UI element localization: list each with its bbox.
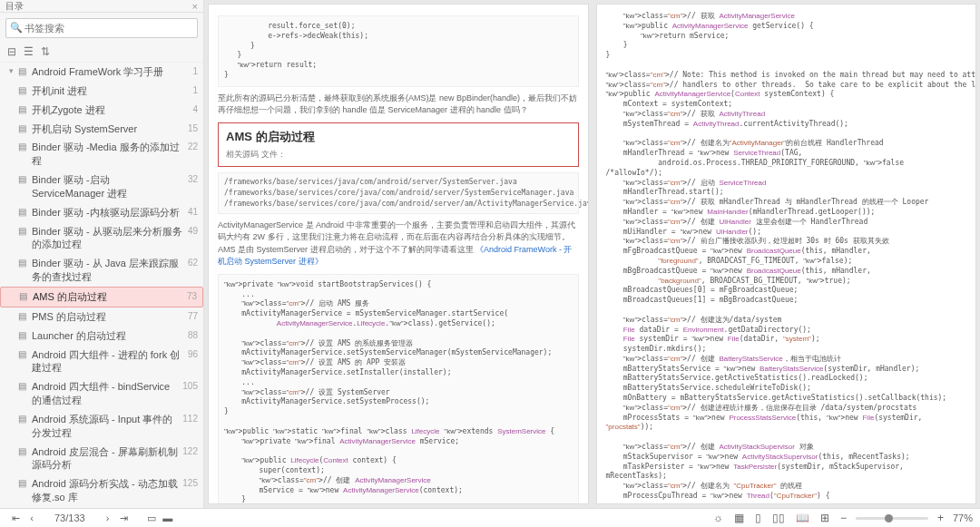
bookmark-item[interactable]: ▤Android 源码分析实战 - 动态加载修复.so 库125	[0, 474, 203, 507]
search-input[interactable]	[5, 18, 198, 38]
bookmark-item[interactable]: ▤Android 皮层混合 - 屏幕刷新机制源码分析122	[0, 443, 203, 475]
section-subtitle: 相关源码 文件：	[226, 149, 571, 161]
code-block-3: "kw">class="cm">// 获取 ActivityManagerSer…	[606, 12, 967, 504]
paragraph: 至此所有的源码已分析清楚，最终获取到的系统服务(AMS)是 new BpBind…	[218, 93, 579, 117]
doc-icon: ▤	[18, 173, 29, 186]
bookmark-item[interactable]: ▤Launcher 的启动过程88	[0, 327, 203, 346]
zoom-value: 77%	[953, 512, 973, 523]
collapse-icon[interactable]: ⊟	[7, 45, 16, 58]
bookmark-tree[interactable]: ▾▤Android FrameWork 学习手册1▤开机init 进程1▤开机Z…	[0, 63, 203, 516]
zoom-control: − + 77%	[835, 512, 973, 524]
doc-icon: ▤	[18, 65, 29, 78]
document-viewport: result.force_set(0); e->refs->decWeak(th…	[204, 0, 980, 508]
bookmark-item[interactable]: ▤开机Zygote 进程4	[0, 101, 203, 120]
bookmark-item[interactable]: ▤Binder 驱动 -启动 ServiceManager 进程32	[0, 171, 203, 203]
list-icon[interactable]: ☰	[24, 45, 34, 58]
bookmark-item[interactable]: ▤PMS 的启动过程77	[0, 307, 203, 327]
section-heading-box: AMS 的启动过程 相关源码 文件：	[218, 122, 579, 167]
bookmark-root[interactable]: ▾▤Android FrameWork 学习手册1	[0, 63, 203, 82]
nav-next-icon[interactable]: ›	[100, 512, 116, 523]
doc-icon: ▤	[18, 122, 29, 135]
doc-icon: ▤	[18, 103, 29, 116]
bookmark-item[interactable]: ▤Binder 驱动 -Media 服务的添加过程22	[0, 138, 203, 171]
search-icon: 🔍	[10, 22, 23, 34]
paragraph: ActivityManagerService 是 Android 中非常重要的一…	[218, 220, 579, 268]
doc-icon: ▤	[18, 310, 29, 323]
nav-prev-icon[interactable]: ‹	[24, 512, 40, 523]
nav-last-icon[interactable]: ⇥	[116, 512, 132, 524]
doc-icon: ▤	[18, 206, 29, 219]
sidebar-panel: 目录 × 🔍 ⊟ ☰ ⇅ ▾▤Android FrameWork 学习手册1▤开…	[0, 0, 204, 508]
doc-icon: ▤	[18, 141, 29, 153]
code-block-2: "kw">private "kw">void startBootstrapSer…	[224, 280, 573, 504]
bookmark-item[interactable]: ▤AMS 的启动过程73	[0, 287, 203, 307]
nav-first-icon[interactable]: ⇤	[7, 512, 24, 524]
sidebar-header: 目录 ×	[0, 0, 203, 13]
bookmark-item[interactable]: ▤Binder 驱动 -内核驱动层源码分析41	[0, 203, 203, 222]
sidebar-toolbar: ⊟ ☰ ⇅	[0, 42, 203, 63]
grid-view-icon[interactable]: ▦	[734, 512, 744, 524]
brightness-icon[interactable]: ☼	[713, 512, 723, 524]
doc-icon: ▤	[18, 445, 29, 458]
zoom-knob[interactable]	[885, 514, 893, 522]
doc-icon: ▤	[18, 348, 29, 361]
page-right: "kw">class="cm">// 获取 ActivityManagerSer…	[596, 4, 977, 504]
expand-icon[interactable]: ▾	[9, 65, 18, 76]
doc-icon: ▤	[18, 413, 29, 425]
doc-icon: ▤	[18, 84, 29, 97]
doc-icon: ▤	[18, 380, 29, 393]
bookmark-item[interactable]: ▤Android 系统源码 - Input 事件的分发过程112	[0, 410, 203, 443]
doc-icon: ▤	[19, 290, 30, 303]
page-left: result.force_set(0); e->refs->decWeak(th…	[208, 4, 589, 504]
zoom-in-icon[interactable]: +	[937, 512, 944, 524]
sidebar-title: 目录	[5, 0, 24, 13]
fit-width-icon[interactable]: ▬	[160, 512, 176, 523]
bookmark-item[interactable]: ▤Android 四大组件 - 进程的 fork 创建过程96	[0, 346, 203, 378]
status-bar: ⇤ ‹ 73/133 › ⇥ ▭ ▬ ☼ ▦ ▯ ▯▯ 📖 ⊞ − + 77%	[0, 508, 980, 527]
close-icon[interactable]: ×	[192, 1, 198, 12]
bookmark-item[interactable]: ▤Android 四大组件 - bindService 的通信过程105	[0, 377, 203, 410]
zoom-out-icon[interactable]: −	[840, 512, 847, 524]
doc-icon: ▤	[18, 477, 29, 490]
fit-page-icon[interactable]: ▭	[143, 512, 160, 524]
page-info: 73/133	[54, 512, 85, 523]
zoom-slider[interactable]	[856, 517, 928, 520]
single-page-icon[interactable]: ▯	[755, 512, 761, 524]
code-block-1: result.force_set(0); e->refs->decWeak(th…	[224, 22, 573, 81]
bookmark-item[interactable]: ▤Binder 驱动 - 从驱动层来分析服务的添加过程49	[0, 222, 203, 255]
bookmark-item[interactable]: ▤Binder 驱动 - 从 Java 层来跟踪服务的查找过程62	[0, 254, 203, 287]
file-list: /frameworks/base/services/java/com/andro…	[218, 172, 579, 214]
doc-icon: ▤	[18, 225, 29, 238]
sort-icon[interactable]: ⇅	[41, 45, 50, 58]
tool-icon[interactable]: ⊞	[820, 512, 829, 524]
bookmark-item[interactable]: ▤开机init 进程1	[0, 82, 203, 101]
read-mode-icon[interactable]: 📖	[796, 512, 809, 524]
doc-icon: ▤	[18, 257, 29, 269]
section-title: AMS 的启动过程	[226, 129, 571, 145]
two-page-icon[interactable]: ▯▯	[772, 512, 785, 524]
bookmark-item[interactable]: ▤开机启动 SystemServer15	[0, 120, 203, 139]
doc-icon: ▤	[18, 329, 29, 342]
